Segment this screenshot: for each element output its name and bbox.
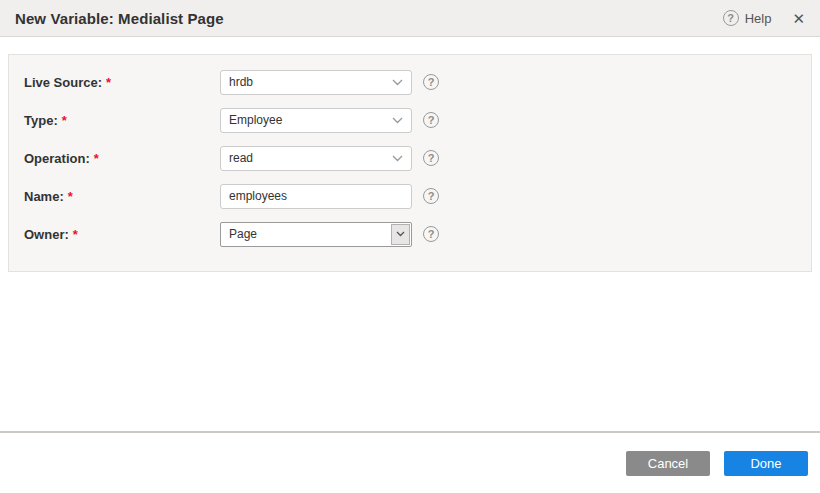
help-icon: ? (723, 10, 739, 26)
done-button[interactable]: Done (724, 451, 808, 476)
new-variable-dialog: New Variable: Medialist Page ? Help ✕ Li… (0, 0, 820, 493)
type-select[interactable]: Employee (220, 108, 412, 133)
name-help-icon[interactable]: ? (423, 188, 439, 204)
required-asterisk: * (68, 189, 73, 204)
form-panel: Live Source:* hrdb ? Type:* Employee ? O… (8, 54, 812, 272)
owner-select[interactable]: Page (220, 222, 412, 247)
help-label: Help (745, 11, 772, 26)
type-label: Type:* (24, 113, 220, 128)
type-value: Employee (229, 113, 282, 127)
page-title: New Variable: Medialist Page (15, 10, 224, 27)
chevron-down-icon (392, 117, 403, 124)
owner-help-icon[interactable]: ? (423, 226, 439, 242)
operation-help-icon[interactable]: ? (423, 150, 439, 166)
field-row-owner: Owner:* Page ? (24, 215, 811, 253)
operation-select[interactable]: read (220, 146, 412, 171)
required-asterisk: * (94, 151, 99, 166)
live-source-value: hrdb (229, 75, 253, 89)
name-label: Name:* (24, 189, 220, 204)
dropdown-arrow-button[interactable] (391, 224, 410, 245)
type-help-icon[interactable]: ? (423, 112, 439, 128)
chevron-down-icon (392, 155, 403, 162)
owner-label: Owner:* (24, 227, 220, 242)
title-bar: New Variable: Medialist Page ? Help ✕ (0, 0, 820, 37)
cancel-button[interactable]: Cancel (626, 451, 710, 476)
required-asterisk: * (62, 113, 67, 128)
chevron-down-icon (392, 79, 403, 86)
operation-value: read (229, 151, 253, 165)
live-source-select[interactable]: hrdb (220, 70, 412, 95)
chevron-down-icon (396, 231, 405, 237)
required-asterisk: * (106, 75, 111, 90)
name-input[interactable] (220, 184, 412, 209)
footer: Cancel Done (0, 433, 820, 493)
live-source-label: Live Source:* (24, 75, 220, 90)
owner-value: Page (229, 227, 257, 241)
help-button[interactable]: ? Help (723, 10, 772, 26)
live-source-help-icon[interactable]: ? (423, 74, 439, 90)
field-row-live-source: Live Source:* hrdb ? (24, 63, 811, 101)
required-asterisk: * (73, 227, 78, 242)
field-row-type: Type:* Employee ? (24, 101, 811, 139)
field-row-name: Name:* ? (24, 177, 811, 215)
field-row-operation: Operation:* read ? (24, 139, 811, 177)
operation-label: Operation:* (24, 151, 220, 166)
close-icon[interactable]: ✕ (792, 11, 805, 26)
